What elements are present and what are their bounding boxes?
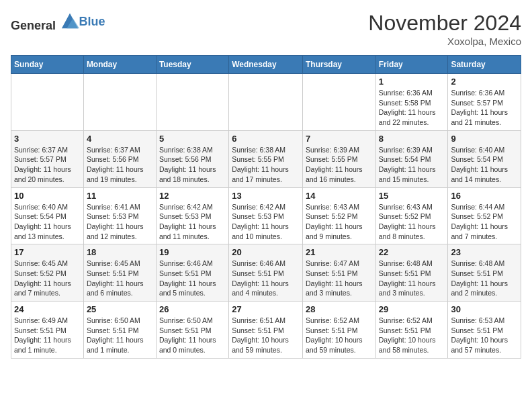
logo-icon — [60, 11, 79, 30]
day-header-thursday: Thursday — [302, 56, 375, 74]
day-number: 9 — [451, 134, 518, 144]
day-info: Sunrise: 6:36 AMSunset: 5:58 PMDaylight:… — [379, 88, 445, 128]
calendar-cell: 23Sunrise: 6:48 AMSunset: 5:51 PMDayligh… — [448, 244, 521, 302]
calendar-cell: 21Sunrise: 6:47 AMSunset: 5:51 PMDayligh… — [302, 244, 375, 302]
calendar-cell: 11Sunrise: 6:41 AMSunset: 5:53 PMDayligh… — [83, 187, 156, 244]
location: Xoxolpa, Mexico — [368, 36, 521, 47]
calendar-cell — [83, 74, 156, 131]
day-number: 23 — [451, 247, 518, 257]
day-info: Sunrise: 6:53 AMSunset: 5:51 PMDaylight:… — [451, 316, 518, 355]
day-info: Sunrise: 6:47 AMSunset: 5:51 PMDaylight:… — [306, 259, 373, 298]
day-info: Sunrise: 6:40 AMSunset: 5:54 PMDaylight:… — [451, 145, 518, 185]
calendar-cell: 15Sunrise: 6:43 AMSunset: 5:52 PMDayligh… — [375, 187, 448, 244]
day-number: 27 — [232, 304, 300, 314]
day-info: Sunrise: 6:44 AMSunset: 5:52 PMDaylight:… — [451, 202, 518, 242]
day-info: Sunrise: 6:36 AMSunset: 5:57 PMDaylight:… — [451, 88, 518, 128]
calendar-cell — [156, 74, 228, 131]
day-header-tuesday: Tuesday — [156, 56, 228, 74]
calendar-week-row: 17Sunrise: 6:45 AMSunset: 5:52 PMDayligh… — [11, 244, 521, 302]
day-number: 14 — [306, 191, 373, 201]
day-number: 11 — [87, 191, 153, 201]
day-number: 17 — [14, 247, 81, 257]
day-number: 7 — [306, 134, 373, 144]
calendar-cell: 4Sunrise: 6:37 AMSunset: 5:56 PMDaylight… — [83, 130, 156, 187]
calendar-cell: 19Sunrise: 6:46 AMSunset: 5:51 PMDayligh… — [156, 244, 228, 302]
calendar-body: 1Sunrise: 6:36 AMSunset: 5:58 PMDaylight… — [11, 74, 521, 359]
calendar-cell — [11, 74, 84, 131]
day-header-saturday: Saturday — [448, 56, 521, 74]
day-number: 24 — [14, 304, 81, 314]
calendar-cell: 6Sunrise: 6:38 AMSunset: 5:55 PMDaylight… — [229, 130, 303, 187]
day-header-monday: Monday — [83, 56, 156, 74]
calendar-cell: 7Sunrise: 6:39 AMSunset: 5:55 PMDaylight… — [302, 130, 375, 187]
calendar-cell: 26Sunrise: 6:50 AMSunset: 5:51 PMDayligh… — [156, 302, 228, 359]
day-info: Sunrise: 6:46 AMSunset: 5:51 PMDaylight:… — [232, 259, 300, 298]
calendar-table: SundayMondayTuesdayWednesdayThursdayFrid… — [11, 55, 521, 359]
day-info: Sunrise: 6:43 AMSunset: 5:52 PMDaylight:… — [379, 202, 445, 242]
day-number: 28 — [306, 304, 373, 314]
calendar-cell: 5Sunrise: 6:38 AMSunset: 5:56 PMDaylight… — [156, 130, 228, 187]
day-info: Sunrise: 6:50 AMSunset: 5:51 PMDaylight:… — [87, 316, 153, 355]
calendar-cell: 18Sunrise: 6:45 AMSunset: 5:51 PMDayligh… — [83, 244, 156, 302]
day-number: 13 — [232, 191, 300, 201]
calendar-cell: 20Sunrise: 6:46 AMSunset: 5:51 PMDayligh… — [229, 244, 303, 302]
calendar-week-row: 24Sunrise: 6:49 AMSunset: 5:51 PMDayligh… — [11, 302, 521, 359]
day-number: 15 — [379, 191, 445, 201]
day-info: Sunrise: 6:48 AMSunset: 5:51 PMDaylight:… — [379, 259, 445, 298]
calendar-header-row: SundayMondayTuesdayWednesdayThursdayFrid… — [11, 56, 521, 74]
day-number: 21 — [306, 247, 373, 257]
day-number: 19 — [159, 247, 226, 257]
day-info: Sunrise: 6:51 AMSunset: 5:51 PMDaylight:… — [232, 316, 300, 355]
day-info: Sunrise: 6:42 AMSunset: 5:53 PMDaylight:… — [159, 202, 226, 242]
day-info: Sunrise: 6:48 AMSunset: 5:51 PMDaylight:… — [451, 259, 518, 298]
day-header-friday: Friday — [375, 56, 448, 74]
calendar-cell: 8Sunrise: 6:39 AMSunset: 5:54 PMDaylight… — [375, 130, 448, 187]
calendar-cell: 13Sunrise: 6:42 AMSunset: 5:53 PMDayligh… — [229, 187, 303, 244]
calendar-cell: 3Sunrise: 6:37 AMSunset: 5:57 PMDaylight… — [11, 130, 84, 187]
calendar-cell: 10Sunrise: 6:40 AMSunset: 5:54 PMDayligh… — [11, 187, 84, 244]
day-number: 5 — [159, 134, 226, 144]
page-header: General Blue November 2024 Xoxolpa, Mexi… — [11, 11, 521, 47]
day-info: Sunrise: 6:50 AMSunset: 5:51 PMDaylight:… — [159, 316, 226, 355]
day-info: Sunrise: 6:42 AMSunset: 5:53 PMDaylight:… — [232, 202, 300, 242]
day-info: Sunrise: 6:39 AMSunset: 5:54 PMDaylight:… — [379, 145, 445, 185]
calendar-cell: 25Sunrise: 6:50 AMSunset: 5:51 PMDayligh… — [83, 302, 156, 359]
day-info: Sunrise: 6:43 AMSunset: 5:52 PMDaylight:… — [306, 202, 373, 242]
calendar-cell: 27Sunrise: 6:51 AMSunset: 5:51 PMDayligh… — [229, 302, 303, 359]
day-info: Sunrise: 6:38 AMSunset: 5:56 PMDaylight:… — [159, 145, 226, 185]
calendar-cell — [229, 74, 303, 131]
day-info: Sunrise: 6:41 AMSunset: 5:53 PMDaylight:… — [87, 202, 153, 242]
month-title: November 2024 — [368, 11, 521, 36]
day-info: Sunrise: 6:37 AMSunset: 5:56 PMDaylight:… — [87, 145, 153, 185]
day-number: 26 — [159, 304, 226, 314]
day-info: Sunrise: 6:38 AMSunset: 5:55 PMDaylight:… — [232, 145, 300, 185]
logo: General Blue — [11, 11, 105, 33]
calendar-cell: 9Sunrise: 6:40 AMSunset: 5:54 PMDaylight… — [448, 130, 521, 187]
day-number: 30 — [451, 304, 518, 314]
day-info: Sunrise: 6:45 AMSunset: 5:51 PMDaylight:… — [87, 259, 153, 298]
calendar-cell: 2Sunrise: 6:36 AMSunset: 5:57 PMDaylight… — [448, 74, 521, 131]
calendar-week-row: 10Sunrise: 6:40 AMSunset: 5:54 PMDayligh… — [11, 187, 521, 244]
calendar-cell: 28Sunrise: 6:52 AMSunset: 5:51 PMDayligh… — [302, 302, 375, 359]
day-number: 4 — [87, 134, 153, 144]
calendar-cell: 29Sunrise: 6:52 AMSunset: 5:51 PMDayligh… — [375, 302, 448, 359]
day-number: 1 — [379, 77, 445, 87]
day-number: 12 — [159, 191, 226, 201]
day-number: 20 — [232, 247, 300, 257]
calendar-cell: 16Sunrise: 6:44 AMSunset: 5:52 PMDayligh… — [448, 187, 521, 244]
logo-general: General — [11, 19, 56, 32]
calendar-cell: 12Sunrise: 6:42 AMSunset: 5:53 PMDayligh… — [156, 187, 228, 244]
calendar-week-row: 3Sunrise: 6:37 AMSunset: 5:57 PMDaylight… — [11, 130, 521, 187]
day-info: Sunrise: 6:40 AMSunset: 5:54 PMDaylight:… — [14, 202, 81, 242]
calendar-cell: 24Sunrise: 6:49 AMSunset: 5:51 PMDayligh… — [11, 302, 84, 359]
title-area: November 2024 Xoxolpa, Mexico — [368, 11, 521, 47]
day-number: 29 — [379, 304, 445, 314]
day-info: Sunrise: 6:37 AMSunset: 5:57 PMDaylight:… — [14, 145, 81, 185]
day-number: 8 — [379, 134, 445, 144]
calendar-cell: 14Sunrise: 6:43 AMSunset: 5:52 PMDayligh… — [302, 187, 375, 244]
calendar-cell: 22Sunrise: 6:48 AMSunset: 5:51 PMDayligh… — [375, 244, 448, 302]
day-info: Sunrise: 6:46 AMSunset: 5:51 PMDaylight:… — [159, 259, 226, 298]
calendar-week-row: 1Sunrise: 6:36 AMSunset: 5:58 PMDaylight… — [11, 74, 521, 131]
day-info: Sunrise: 6:45 AMSunset: 5:52 PMDaylight:… — [14, 259, 81, 298]
day-info: Sunrise: 6:39 AMSunset: 5:55 PMDaylight:… — [306, 145, 373, 185]
